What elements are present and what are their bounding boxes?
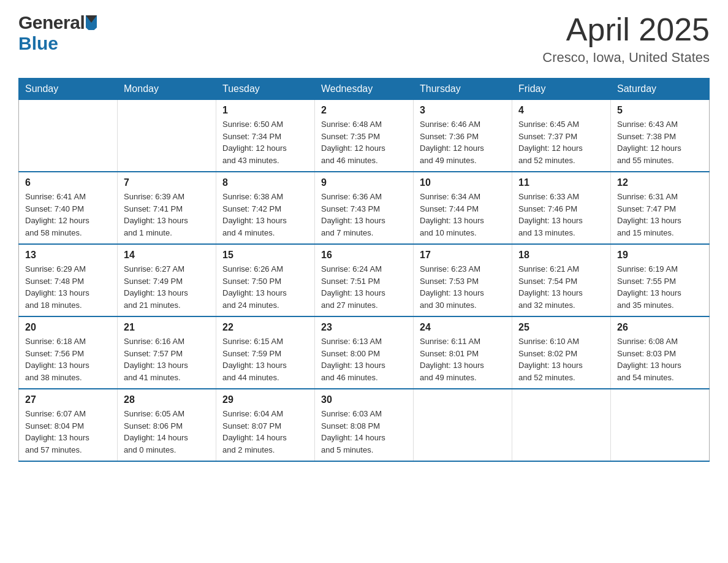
logo-general-text: General [18,12,85,33]
day-number: 23 [321,322,407,333]
day-cell: 22Sunrise: 6:15 AM Sunset: 7:59 PM Dayli… [216,316,315,389]
day-number: 15 [222,250,308,261]
header-tuesday: Tuesday [216,79,315,100]
day-number: 24 [420,322,506,333]
day-info: Sunrise: 6:10 AM Sunset: 8:02 PM Dayligh… [518,335,604,383]
day-info: Sunrise: 6:03 AM Sunset: 8:08 PM Dayligh… [321,408,407,456]
day-cell: 14Sunrise: 6:27 AM Sunset: 7:49 PM Dayli… [118,244,216,316]
day-info: Sunrise: 6:45 AM Sunset: 7:37 PM Dayligh… [518,118,604,166]
day-info: Sunrise: 6:23 AM Sunset: 7:53 PM Dayligh… [420,263,506,311]
day-number: 8 [222,177,308,188]
day-info: Sunrise: 6:08 AM Sunset: 8:03 PM Dayligh… [617,335,703,383]
day-info: Sunrise: 6:50 AM Sunset: 7:34 PM Dayligh… [222,118,308,166]
day-number: 28 [124,394,210,405]
calendar-body: 1Sunrise: 6:50 AM Sunset: 7:34 PM Daylig… [19,100,710,462]
day-cell: 29Sunrise: 6:04 AM Sunset: 8:07 PM Dayli… [216,389,315,461]
header-wednesday: Wednesday [315,79,414,100]
day-cell: 17Sunrise: 6:23 AM Sunset: 7:53 PM Dayli… [414,244,512,316]
day-cell: 2Sunrise: 6:48 AM Sunset: 7:35 PM Daylig… [315,100,414,172]
day-info: Sunrise: 6:48 AM Sunset: 7:35 PM Dayligh… [321,118,407,166]
logo-arrow-icon [86,15,97,30]
day-number: 3 [420,105,506,116]
week-row-3: 13Sunrise: 6:29 AM Sunset: 7:48 PM Dayli… [19,244,710,316]
header-thursday: Thursday [414,79,512,100]
day-info: Sunrise: 6:34 AM Sunset: 7:44 PM Dayligh… [420,191,506,239]
day-info: Sunrise: 6:21 AM Sunset: 7:54 PM Dayligh… [518,263,604,311]
day-number: 6 [25,177,111,188]
day-number: 14 [124,250,210,261]
day-number: 29 [222,394,308,405]
week-row-4: 20Sunrise: 6:18 AM Sunset: 7:56 PM Dayli… [19,316,710,389]
day-number: 27 [25,394,111,405]
day-number: 18 [518,250,604,261]
day-cell: 1Sunrise: 6:50 AM Sunset: 7:34 PM Daylig… [216,100,315,172]
day-cell: 23Sunrise: 6:13 AM Sunset: 8:00 PM Dayli… [315,316,414,389]
day-info: Sunrise: 6:36 AM Sunset: 7:43 PM Dayligh… [321,191,407,239]
day-cell: 20Sunrise: 6:18 AM Sunset: 7:56 PM Dayli… [19,316,118,389]
day-cell: 7Sunrise: 6:39 AM Sunset: 7:41 PM Daylig… [118,172,216,244]
day-cell: 21Sunrise: 6:16 AM Sunset: 7:57 PM Dayli… [118,316,216,389]
day-number: 13 [25,250,111,261]
header-monday: Monday [118,79,216,100]
day-cell: 9Sunrise: 6:36 AM Sunset: 7:43 PM Daylig… [315,172,414,244]
day-cell: 16Sunrise: 6:24 AM Sunset: 7:51 PM Dayli… [315,244,414,316]
day-number: 16 [321,250,407,261]
day-cell: 19Sunrise: 6:19 AM Sunset: 7:55 PM Dayli… [611,244,710,316]
day-info: Sunrise: 6:39 AM Sunset: 7:41 PM Dayligh… [124,191,210,239]
header-friday: Friday [512,79,611,100]
day-info: Sunrise: 6:05 AM Sunset: 8:06 PM Dayligh… [124,408,210,456]
day-info: Sunrise: 6:29 AM Sunset: 7:48 PM Dayligh… [25,263,111,311]
day-cell: 24Sunrise: 6:11 AM Sunset: 8:01 PM Dayli… [414,316,512,389]
day-info: Sunrise: 6:04 AM Sunset: 8:07 PM Dayligh… [222,408,308,456]
day-info: Sunrise: 6:07 AM Sunset: 8:04 PM Dayligh… [25,408,111,456]
day-number: 7 [124,177,210,188]
day-info: Sunrise: 6:15 AM Sunset: 7:59 PM Dayligh… [222,335,308,383]
day-cell: 4Sunrise: 6:45 AM Sunset: 7:37 PM Daylig… [512,100,611,172]
day-info: Sunrise: 6:11 AM Sunset: 8:01 PM Dayligh… [420,335,506,383]
day-cell: 15Sunrise: 6:26 AM Sunset: 7:50 PM Dayli… [216,244,315,316]
day-info: Sunrise: 6:19 AM Sunset: 7:55 PM Dayligh… [617,263,703,311]
day-number: 26 [617,322,703,333]
day-cell: 18Sunrise: 6:21 AM Sunset: 7:54 PM Dayli… [512,244,611,316]
header-sunday: Sunday [19,79,118,100]
day-cell: 25Sunrise: 6:10 AM Sunset: 8:02 PM Dayli… [512,316,611,389]
day-number: 22 [222,322,308,333]
day-cell: 26Sunrise: 6:08 AM Sunset: 8:03 PM Dayli… [611,316,710,389]
day-cell: 12Sunrise: 6:31 AM Sunset: 7:47 PM Dayli… [611,172,710,244]
week-row-1: 1Sunrise: 6:50 AM Sunset: 7:34 PM Daylig… [19,100,710,172]
day-info: Sunrise: 6:26 AM Sunset: 7:50 PM Dayligh… [222,263,308,311]
day-cell: 30Sunrise: 6:03 AM Sunset: 8:08 PM Dayli… [315,389,414,461]
day-cell: 10Sunrise: 6:34 AM Sunset: 7:44 PM Dayli… [414,172,512,244]
day-number: 11 [518,177,604,188]
calendar-header: SundayMondayTuesdayWednesdayThursdayFrid… [19,79,710,100]
day-cell: 28Sunrise: 6:05 AM Sunset: 8:06 PM Dayli… [118,389,216,461]
day-number: 21 [124,322,210,333]
day-number: 25 [518,322,604,333]
day-info: Sunrise: 6:33 AM Sunset: 7:46 PM Dayligh… [518,191,604,239]
month-year-title: April 2025 [542,12,710,47]
day-number: 17 [420,250,506,261]
day-cell [19,100,118,172]
day-info: Sunrise: 6:41 AM Sunset: 7:40 PM Dayligh… [25,191,111,239]
week-row-5: 27Sunrise: 6:07 AM Sunset: 8:04 PM Dayli… [19,389,710,461]
day-number: 1 [222,105,308,116]
day-number: 12 [617,177,703,188]
day-info: Sunrise: 6:27 AM Sunset: 7:49 PM Dayligh… [124,263,210,311]
location-subtitle: Cresco, Iowa, United States [542,50,710,66]
day-info: Sunrise: 6:31 AM Sunset: 7:47 PM Dayligh… [617,191,703,239]
day-number: 5 [617,105,703,116]
calendar-table: SundayMondayTuesdayWednesdayThursdayFrid… [18,78,710,462]
day-number: 10 [420,177,506,188]
day-info: Sunrise: 6:38 AM Sunset: 7:42 PM Dayligh… [222,191,308,239]
day-cell: 8Sunrise: 6:38 AM Sunset: 7:42 PM Daylig… [216,172,315,244]
day-cell: 3Sunrise: 6:46 AM Sunset: 7:36 PM Daylig… [414,100,512,172]
week-row-2: 6Sunrise: 6:41 AM Sunset: 7:40 PM Daylig… [19,172,710,244]
header-row: SundayMondayTuesdayWednesdayThursdayFrid… [19,79,710,100]
day-cell [512,389,611,461]
day-info: Sunrise: 6:46 AM Sunset: 7:36 PM Dayligh… [420,118,506,166]
day-cell: 11Sunrise: 6:33 AM Sunset: 7:46 PM Dayli… [512,172,611,244]
day-number: 9 [321,177,407,188]
logo: General Blue [18,12,97,54]
page-header: General Blue April 2025 Cresco, Iowa, Un… [18,12,710,66]
day-number: 4 [518,105,604,116]
